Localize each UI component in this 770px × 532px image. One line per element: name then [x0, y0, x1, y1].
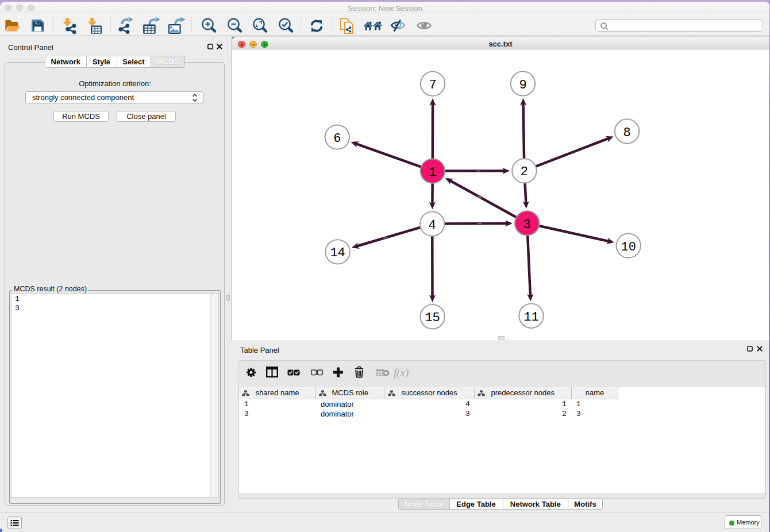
svg-text:14: 14 [330, 246, 345, 260]
svg-text:2: 2 [521, 165, 528, 179]
svg-text:7: 7 [429, 78, 436, 92]
svg-text:4: 4 [429, 218, 436, 233]
svg-text:11: 11 [523, 310, 538, 325]
svg-text:9: 9 [519, 78, 526, 92]
svg-text:1: 1 [429, 165, 436, 180]
svg-text:15: 15 [425, 311, 440, 325]
svg-text:10: 10 [621, 240, 636, 255]
svg-text:6: 6 [333, 132, 341, 146]
svg-text:3: 3 [523, 218, 531, 232]
svg-text:8: 8 [623, 126, 631, 140]
